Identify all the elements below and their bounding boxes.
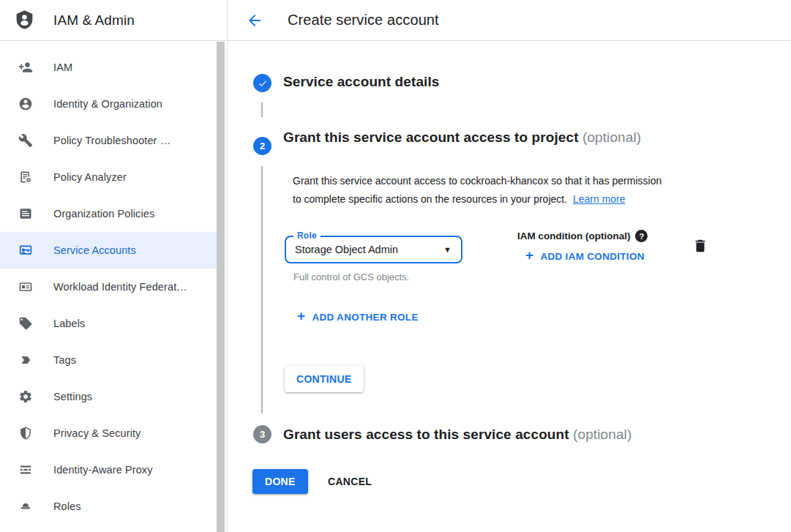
trash-icon (692, 238, 708, 254)
plus-icon: + (525, 247, 533, 263)
sidebar-item-organization-policies[interactable]: Organization Policies (0, 195, 217, 232)
step1-title: Service account details (283, 74, 440, 90)
sidebar-item-label: Organization Policies (53, 208, 154, 220)
sidebar: IAM & Admin IAM Identity & Organization (0, 0, 228, 532)
sidebar-item-label: Policy Troubleshooter … (53, 135, 170, 146)
account-circle-icon (18, 97, 33, 111)
label-tag-icon (18, 316, 33, 331)
step3-title: Grant users access to this service accou… (283, 427, 631, 443)
help-icon[interactable]: ? (635, 230, 648, 242)
role-helper-text: Full control of GCS objects. (293, 271, 409, 282)
step3-optional-label: (optional) (573, 427, 631, 442)
app-title: IAM & Admin (53, 12, 135, 29)
step3-number-badge: 3 (253, 425, 271, 443)
step2-number-badge: 2 (253, 137, 271, 155)
iam-shield-logo-icon (14, 9, 35, 31)
step2-description: Grant this service account access to coc… (293, 172, 720, 209)
shield-half-icon (18, 426, 33, 441)
sidebar-item-labels[interactable]: Labels (0, 305, 217, 342)
sidebar-item-identity-organization[interactable]: Identity & Organization (0, 86, 217, 122)
step-connector-line (261, 166, 263, 413)
roles-hat-icon (18, 499, 33, 514)
description-line1: Grant this service account access to coc… (293, 175, 661, 187)
sidebar-item-label: Roles (53, 501, 81, 512)
iam-condition-row: IAM condition (optional) ? (517, 230, 648, 242)
gear-icon (18, 389, 33, 404)
step2-title: Grant this service account access to pro… (283, 124, 664, 150)
sidebar-item-label: Tags (53, 354, 76, 366)
delete-role-button[interactable] (692, 238, 708, 254)
sidebar-item-roles[interactable]: Roles (0, 488, 217, 525)
caret-down-icon: ▼ (443, 237, 451, 262)
add-another-role-label: ADD ANOTHER ROLE (312, 312, 418, 323)
step2-optional-label: (optional) (582, 130, 641, 145)
service-account-key-icon (18, 243, 33, 258)
step1-complete-check-icon (253, 74, 271, 92)
cancel-button[interactable]: CANCEL (320, 469, 379, 494)
role-selected-value: Storage Object Admin (295, 237, 398, 262)
main-panel: Create service account Service account d… (228, 0, 791, 532)
sidebar-item-policy-troubleshooter[interactable]: Policy Troubleshooter … (0, 122, 217, 159)
iam-condition-label: IAM condition (optional) (517, 231, 630, 241)
sidebar-nav: IAM Identity & Organization Policy Troub… (0, 41, 227, 525)
sidebar-item-label: Service Accounts (53, 244, 136, 256)
back-arrow-icon[interactable] (246, 12, 263, 29)
wrench-icon (18, 133, 33, 148)
plus-icon: + (297, 308, 305, 324)
sidebar-item-label: Settings (53, 391, 92, 402)
sidebar-item-tags[interactable]: Tags (0, 342, 217, 378)
sidebar-item-workload-identity-federation[interactable]: Workload Identity Federat… (0, 269, 217, 305)
step3-title-text: Grant users access to this service accou… (283, 427, 569, 442)
badge-card-icon (18, 280, 33, 294)
page-title: Create service account (288, 12, 439, 29)
role-select[interactable]: Role Storage Object Admin ▼ (285, 236, 462, 263)
tag-arrow-icon (18, 353, 33, 367)
add-iam-condition-button[interactable]: + ADD IAM CONDITION (525, 248, 645, 264)
app-window: IAM & Admin IAM Identity & Organization (0, 0, 791, 532)
sidebar-item-identity-aware-proxy[interactable]: Identity-Aware Proxy (0, 452, 217, 488)
sidebar-item-iam[interactable]: IAM (0, 49, 217, 86)
description-line2: to complete specific actions on the reso… (293, 193, 567, 205)
sidebar-item-service-accounts[interactable]: Service Accounts (0, 232, 217, 269)
step2-title-text: Grant this service account access to pro… (283, 130, 579, 145)
proxy-stripes-icon (18, 462, 33, 477)
sidebar-item-label: IAM (53, 61, 72, 73)
step-connector-line (261, 102, 263, 117)
wizard-content: Service account details 2 Grant this ser… (228, 41, 791, 532)
person-add-icon (18, 60, 33, 75)
done-button[interactable]: DONE (252, 469, 308, 494)
sidebar-item-settings[interactable]: Settings (0, 378, 217, 415)
sidebar-item-label: Identity & Organization (53, 98, 162, 110)
page-topbar: Create service account (228, 0, 791, 41)
add-another-role-button[interactable]: + ADD ANOTHER ROLE (297, 309, 419, 325)
sidebar-item-label: Policy Analyzer (53, 171, 127, 183)
sidebar-item-policy-analyzer[interactable]: Policy Analyzer (0, 159, 217, 195)
learn-more-link[interactable]: Learn more (573, 193, 626, 205)
sidebar-item-privacy-security[interactable]: Privacy & Security (0, 415, 217, 452)
add-iam-condition-label: ADD IAM CONDITION (540, 251, 644, 262)
sidebar-scrollbar[interactable] (217, 42, 225, 532)
document-list-icon (18, 206, 33, 221)
sidebar-header: IAM & Admin (0, 0, 227, 41)
sidebar-item-label: Identity-Aware Proxy (53, 464, 153, 476)
sidebar-item-label: Labels (53, 318, 85, 329)
policy-analyzer-icon (18, 170, 33, 184)
continue-button[interactable]: CONTINUE (285, 366, 364, 392)
sidebar-item-label: Workload Identity Federat… (53, 281, 187, 293)
sidebar-item-label: Privacy & Security (53, 427, 140, 439)
